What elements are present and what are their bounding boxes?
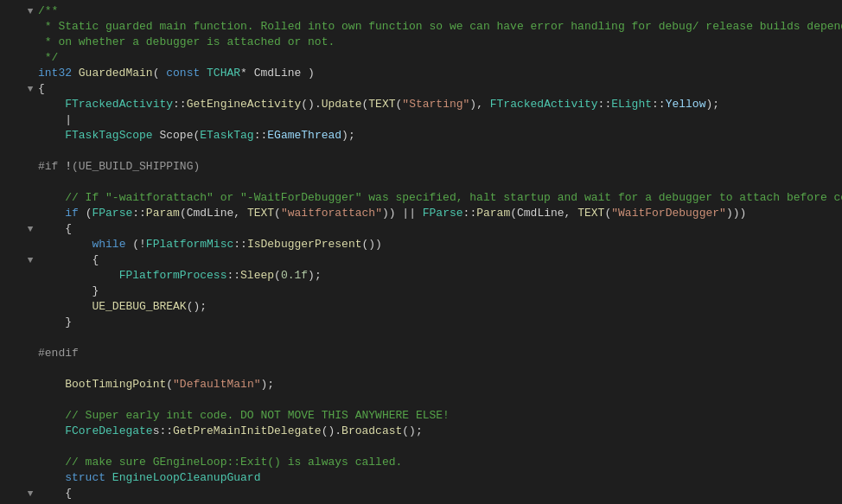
code-line: int32 GuardedMain( const TCHAR* CmdLine … (0, 66, 842, 81)
token: FPlatformMisc (146, 238, 233, 251)
token (38, 207, 65, 220)
token (38, 98, 65, 111)
token (38, 456, 65, 469)
token: :: (254, 129, 268, 142)
code-tokens: // Super early init code. DO NOT MOVE TH… (36, 408, 842, 424)
token: :: (226, 269, 240, 282)
token: | (38, 113, 72, 126)
code-line: FPlatformProcess::Sleep(0.1f); (0, 268, 842, 284)
token: */ (38, 51, 58, 64)
token: ETaskTag (200, 129, 253, 142)
code-line (0, 175, 842, 190)
code-line: // If "-waitforattach" or "-WaitForDebug… (0, 190, 842, 206)
code-line (0, 330, 842, 346)
token: /** (38, 4, 58, 17)
token: TEXT (247, 207, 274, 220)
code-tokens: if (FParse::Param(CmdLine, TEXT("waitfor… (36, 206, 842, 221)
fold-arrow[interactable]: ▼ (24, 221, 36, 237)
token: GuardedMain (79, 67, 153, 80)
code-tokens: // If "-waitforattach" or "-WaitForDebug… (36, 190, 842, 206)
token: ()) (362, 238, 382, 251)
token: const (166, 67, 207, 80)
code-line: // make sure GEngineLoop::Exit() is alwa… (0, 455, 842, 470)
token (38, 300, 92, 313)
token: { (38, 253, 99, 266)
token: // If "-waitforattach" or "-WaitForDebug… (65, 191, 842, 204)
code-line: struct EngineLoopCleanupGuard (0, 470, 842, 486)
code-line: */ (0, 50, 842, 66)
token: FTaskTagScope (65, 129, 152, 142)
token: struct (65, 471, 105, 484)
token: ( (166, 378, 173, 391)
code-tokens: FCoreDelegates::GetPreMainInitDelegate()… (36, 424, 842, 439)
token: EGameThread (267, 129, 341, 142)
token: FTrackedActivity (65, 98, 173, 111)
token: ); (308, 269, 322, 282)
code-line: } (0, 315, 842, 330)
code-line: ▼ { (0, 252, 842, 268)
token: "waitforattach" (281, 207, 382, 220)
token: // Super early init code. DO NOT MOVE TH… (65, 409, 450, 422)
token: "WaitForDebugger" (611, 207, 726, 220)
token: { (38, 222, 72, 235)
fold-arrow[interactable]: ▼ (24, 81, 36, 97)
code-tokens: } (36, 315, 842, 330)
code-line: ▼ { (0, 221, 842, 237)
token (38, 378, 65, 391)
token: Broadcast (341, 424, 402, 437)
code-tokens: | (36, 112, 842, 128)
token: EngineLoopCleanupGuard (112, 471, 261, 484)
code-tokens: UE_DEBUG_BREAK(); (36, 299, 842, 315)
token: (); (402, 424, 422, 437)
token: ); (705, 98, 719, 111)
code-line: FCoreDelegates::GetPreMainInitDelegate()… (0, 424, 842, 439)
code-tokens: * Static guarded main function. Rolled i… (36, 19, 842, 35)
token: FCoreDelegate (65, 424, 152, 437)
fold-arrow[interactable]: ▼ (24, 252, 36, 268)
code-line: | (0, 112, 842, 128)
token: ))) (726, 207, 746, 220)
code-line: BootTimingPoint("DefaultMain"); (0, 377, 842, 392)
code-line: while (!FPlatformMisc::IsDebuggerPresent… (0, 237, 842, 252)
code-line: FTaskTagScope Scope(ETaskTag::EGameThrea… (0, 128, 842, 144)
code-line (0, 392, 842, 408)
token: ( (153, 67, 167, 80)
token: if (65, 207, 79, 220)
code-tokens: #if !(UE_BUILD_SHIPPING) (36, 159, 842, 175)
token (38, 409, 65, 422)
code-line: FTrackedActivity::GetEngineActivity().Up… (0, 97, 842, 112)
token: :: (233, 238, 247, 251)
token: * Static guarded main function. Rolled i… (38, 20, 842, 33)
token: TEXT (577, 207, 604, 220)
token: * on whether a debugger is attached or n… (38, 35, 335, 48)
token: Param (146, 207, 180, 220)
code-tokens: } (36, 284, 842, 299)
token: (CmdLine, (510, 207, 577, 220)
code-line: UE_DEBUG_BREAK(); (0, 299, 842, 315)
code-tokens: FTrackedActivity::GetEngineActivity().Up… (36, 97, 842, 112)
fold-arrow[interactable]: ▼ (24, 3, 36, 19)
code-line (0, 439, 842, 455)
fold-arrow[interactable]: ▼ (24, 486, 36, 501)
token: :: (463, 207, 477, 220)
token (105, 471, 112, 484)
token: UE_DEBUG_BREAK (92, 300, 186, 313)
code-tokens: int32 GuardedMain( const TCHAR* CmdLine … (36, 66, 842, 81)
token: ), (469, 98, 489, 111)
token: #endif (38, 347, 79, 360)
token (38, 424, 65, 437)
token: * CmdLine ) (240, 67, 315, 80)
code-tokens: { (36, 252, 842, 268)
token: BootTimingPoint (65, 378, 166, 391)
code-tokens: { (36, 81, 842, 97)
code-line: #if !(UE_BUILD_SHIPPING) (0, 159, 842, 175)
code-line (0, 144, 842, 159)
token: ELight (611, 98, 652, 111)
token: ); (260, 378, 274, 391)
code-tokens: /** (36, 3, 842, 19)
code-line: #endif (0, 346, 842, 361)
code-line: ▼ { (0, 486, 842, 501)
token: #if (38, 160, 65, 173)
token: // make sure GEngineLoop::Exit() is alwa… (65, 456, 402, 469)
token: Update (322, 98, 362, 111)
